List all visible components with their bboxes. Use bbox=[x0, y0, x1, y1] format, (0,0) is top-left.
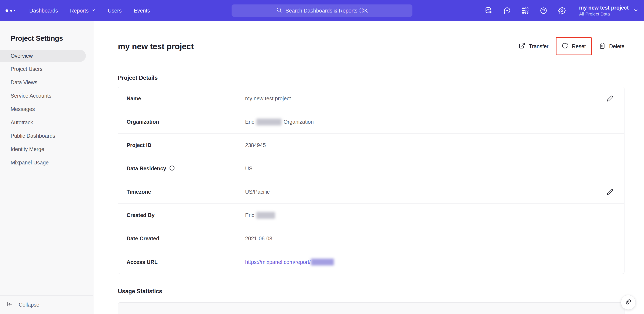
trash-icon bbox=[599, 42, 606, 50]
redacted-text bbox=[256, 119, 282, 125]
sidebar-item-identity-merge[interactable]: Identity Merge bbox=[0, 143, 93, 156]
page-title: my new test project bbox=[118, 42, 194, 51]
sidebar-item-public-dashboards[interactable]: Public Dashboards bbox=[0, 129, 93, 143]
nav-item-dashboards[interactable]: Dashboards bbox=[29, 8, 58, 14]
detail-row-timezone: Timezone US/Pacific bbox=[118, 180, 624, 204]
access-url-link[interactable]: https://mixpanel.com/report/ bbox=[245, 259, 310, 265]
transfer-button[interactable]: Transfer bbox=[519, 42, 548, 50]
chevron-down-icon bbox=[91, 8, 96, 14]
detail-row-data-residency: Data Residency US bbox=[118, 157, 624, 180]
reset-icon bbox=[562, 42, 568, 50]
current-project-name: my new test project bbox=[579, 4, 629, 11]
apps-grid-icon[interactable] bbox=[522, 7, 529, 14]
primary-nav: Dashboards Reports Users Events bbox=[29, 8, 150, 14]
collapse-icon bbox=[6, 301, 13, 309]
detail-row-project-id: Project ID 2384945 bbox=[118, 134, 624, 157]
data-management-icon[interactable] bbox=[485, 7, 492, 14]
detail-row-name: Name my new test project bbox=[118, 87, 624, 110]
chevron-down-icon bbox=[634, 8, 638, 13]
collapse-sidebar-button[interactable]: Collapse bbox=[0, 295, 93, 314]
help-icon[interactable] bbox=[540, 7, 547, 14]
redacted-text bbox=[256, 212, 275, 219]
usage-statistics-card bbox=[118, 302, 624, 314]
current-project-scope: All Project Data bbox=[579, 11, 629, 16]
settings-sidebar: Project Settings Overview Project Users … bbox=[0, 21, 94, 314]
edit-name-button[interactable] bbox=[606, 95, 613, 102]
delete-button[interactable]: Delete bbox=[599, 42, 624, 50]
transfer-icon bbox=[519, 42, 525, 50]
annotation-highlight-box: Reset bbox=[556, 37, 592, 55]
sidebar-item-project-users[interactable]: Project Users bbox=[0, 62, 93, 76]
sidebar-item-data-views[interactable]: Data Views bbox=[0, 76, 93, 89]
sidebar-item-overview[interactable]: Overview bbox=[0, 50, 86, 62]
nav-item-events[interactable]: Events bbox=[134, 8, 150, 14]
settings-nav: Overview Project Users Data Views Servic… bbox=[0, 50, 93, 169]
info-icon[interactable] bbox=[169, 165, 175, 172]
sidebar-item-service-accounts[interactable]: Service Accounts bbox=[0, 89, 93, 102]
project-actions: Transfer Reset bbox=[519, 37, 624, 55]
sidebar-item-mixpanel-usage[interactable]: Mixpanel Usage bbox=[0, 156, 93, 169]
feedback-message-icon[interactable] bbox=[503, 7, 511, 14]
detail-row-organization: Organization Eric Organization bbox=[118, 110, 624, 134]
navbar-right-cluster: my new test project All Project Data bbox=[485, 4, 638, 16]
detail-row-date-created: Date Created 2021-06-03 bbox=[118, 227, 624, 250]
usage-statistics-heading: Usage Statistics bbox=[118, 288, 624, 295]
top-navbar: Dashboards Reports Users Events Search D… bbox=[0, 0, 644, 21]
search-placeholder: Search Dashboards & Reports ⌘K bbox=[286, 8, 368, 14]
sidebar-title: Project Settings bbox=[10, 34, 93, 42]
detail-row-access-url: Access URL https://mixpanel.com/report/ bbox=[118, 250, 624, 274]
project-switcher[interactable]: my new test project All Project Data bbox=[579, 4, 638, 16]
nav-item-users[interactable]: Users bbox=[108, 8, 122, 14]
redacted-text bbox=[311, 259, 334, 266]
share-link-button[interactable] bbox=[621, 295, 636, 310]
project-details-card: Name my new test project Organization Er… bbox=[118, 87, 624, 274]
gear-icon[interactable] bbox=[558, 7, 566, 14]
sidebar-item-autotrack[interactable]: Autotrack bbox=[0, 116, 93, 129]
link-icon bbox=[625, 299, 632, 306]
search-input[interactable]: Search Dashboards & Reports ⌘K bbox=[232, 4, 412, 17]
mixpanel-logo[interactable] bbox=[6, 9, 19, 12]
search-icon bbox=[276, 7, 282, 14]
edit-timezone-button[interactable] bbox=[606, 189, 613, 195]
nav-item-reports[interactable]: Reports bbox=[70, 8, 96, 14]
sidebar-item-messages[interactable]: Messages bbox=[0, 102, 93, 116]
project-details-heading: Project Details bbox=[118, 75, 624, 81]
reset-button[interactable]: Reset bbox=[562, 42, 586, 50]
detail-row-created-by: Created By Eric bbox=[118, 204, 624, 227]
main-content: my new test project Transfer bbox=[94, 21, 644, 314]
